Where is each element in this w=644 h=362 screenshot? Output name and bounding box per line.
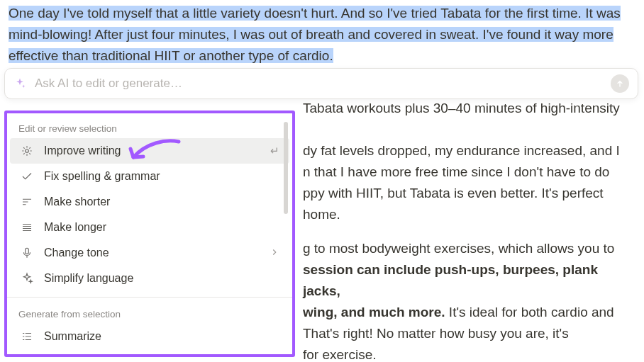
menu-summarize[interactable]: Summarize bbox=[10, 324, 289, 349]
menu-make-shorter[interactable]: Make shorter bbox=[10, 189, 289, 215]
menu-label: Simplify language bbox=[44, 272, 279, 285]
menu-label: Fix spelling & grammar bbox=[44, 170, 279, 183]
shorter-icon bbox=[20, 195, 34, 209]
ai-prompt-input[interactable] bbox=[33, 76, 604, 91]
menu-improve-writing[interactable]: Improve writing ↵ bbox=[10, 138, 289, 164]
body-line: g to most bodyweight exercises, which al… bbox=[303, 238, 637, 259]
body-line: for exercise. bbox=[303, 344, 637, 362]
body-line: home. bbox=[303, 204, 637, 225]
body-line: wing, and much more. It's ideal for both… bbox=[303, 302, 637, 323]
body-line: dy fat levels dropped, my endurance incr… bbox=[303, 140, 637, 162]
panel-divider bbox=[7, 297, 292, 298]
microphone-icon bbox=[20, 246, 34, 260]
menu-make-longer[interactable]: Make longer bbox=[10, 215, 289, 240]
menu-label: Improve writing bbox=[44, 145, 260, 157]
chevron-right-icon bbox=[270, 247, 279, 259]
selected-text: One day I've told myself that a little v… bbox=[9, 6, 621, 63]
body-line: That's right! No matter how busy you are… bbox=[303, 323, 637, 344]
send-button[interactable] bbox=[611, 74, 629, 93]
body-line: n that I have more free time since I don… bbox=[303, 162, 637, 183]
body-line: session can include push-ups, burpees, p… bbox=[303, 259, 637, 302]
section-edit-label: Edit or review selection bbox=[7, 113, 292, 138]
check-icon bbox=[20, 169, 34, 183]
sparkle-icon bbox=[13, 77, 26, 90]
enter-hint-icon: ↵ bbox=[270, 145, 279, 157]
sparkle-icon bbox=[20, 271, 34, 285]
longer-icon bbox=[20, 220, 34, 234]
summarize-icon bbox=[20, 329, 34, 344]
menu-label: Summarize bbox=[44, 330, 279, 343]
body-line: ppy with HIIT, but Tabata is even better… bbox=[303, 183, 637, 204]
menu-fix-spelling[interactable]: Fix spelling & grammar bbox=[10, 164, 289, 189]
menu-label: Make longer bbox=[44, 221, 279, 234]
body-line: Tabata workouts plus 30–40 minutes of hi… bbox=[303, 98, 637, 119]
svg-rect-1 bbox=[26, 248, 29, 254]
svg-point-0 bbox=[26, 149, 29, 153]
ai-actions-panel: Edit or review selection Improve writing… bbox=[4, 111, 295, 357]
selected-paragraph: One day I've told myself that a little v… bbox=[9, 3, 637, 67]
ai-input-bar[interactable] bbox=[4, 68, 638, 99]
menu-simplify-language[interactable]: Simplify language bbox=[10, 266, 289, 291]
section-generate-label: Generate from selection bbox=[7, 299, 292, 324]
menu-label: Make shorter bbox=[44, 196, 279, 208]
improve-icon bbox=[20, 144, 34, 158]
menu-label: Change tone bbox=[44, 247, 260, 259]
menu-change-tone[interactable]: Change tone bbox=[10, 240, 289, 266]
panel-scrollbar[interactable] bbox=[284, 122, 288, 214]
